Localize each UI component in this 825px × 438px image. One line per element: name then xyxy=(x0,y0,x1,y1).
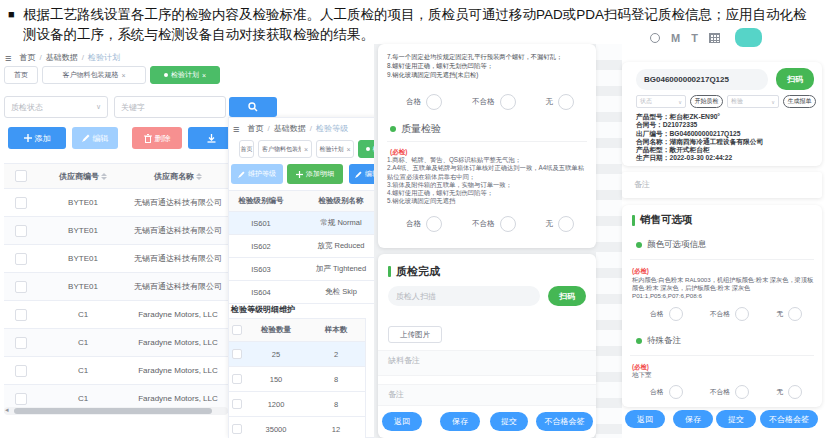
radio-pass[interactable] xyxy=(426,94,442,110)
row-checkbox[interactable] xyxy=(232,424,242,434)
back-button[interactable]: 返回 xyxy=(382,412,422,431)
fail-countersign-button[interactable]: 不合格会签 xyxy=(760,410,818,428)
letter-t-icon[interactable]: T xyxy=(691,32,698,44)
row-checkbox[interactable] xyxy=(15,365,27,377)
row-checkbox[interactable] xyxy=(15,337,27,349)
table-row[interactable]: BYTE01 无锡百通达科技有限公司 xyxy=(4,189,228,217)
close-icon[interactable]: × xyxy=(304,146,308,153)
row-checkbox[interactable] xyxy=(15,281,27,293)
radio-fail[interactable] xyxy=(500,216,516,232)
row-checkbox[interactable] xyxy=(15,393,27,405)
fail-countersign-button[interactable]: 不合格会签 xyxy=(536,412,593,431)
keyword-input[interactable]: 关键字 xyxy=(114,96,226,118)
row-checkbox[interactable] xyxy=(232,374,242,384)
row-checkbox[interactable] xyxy=(15,197,27,209)
table-row[interactable]: 1200 8 xyxy=(229,392,365,417)
delete-button[interactable]: 删除 xyxy=(132,127,182,149)
table-row[interactable]: IS601 常规 Normal xyxy=(229,212,389,235)
table-row[interactable]: IS602 放宽 Reduced xyxy=(229,235,389,258)
tab-inspection-plan[interactable]: 检验计划 × xyxy=(316,140,354,158)
select-all-checkbox[interactable] xyxy=(232,325,242,335)
breadcrumb-home[interactable]: 首页 xyxy=(19,52,35,63)
tab-customer-pack-spec[interactable]: 客户物料包装规格 × xyxy=(42,66,146,84)
scan-button[interactable]: 扫码 xyxy=(548,286,586,306)
circle-icon[interactable] xyxy=(650,33,660,43)
qc-status-select[interactable]: 质检状态 ∨ xyxy=(4,96,108,118)
tab-home-clipped[interactable]: 首页 xyxy=(239,140,254,158)
table-row[interactable]: BYTE01 无锡百通达科技有限公司 xyxy=(4,217,228,245)
scroll-left-icon[interactable]: ◂ xyxy=(5,406,9,414)
radio-none[interactable] xyxy=(558,216,574,232)
note-input[interactable]: 备注 xyxy=(634,179,650,190)
header-supplier-code[interactable]: 供应商编号 xyxy=(38,164,128,188)
breadcrumb-home[interactable]: 首页 xyxy=(247,123,263,134)
hamburger-icon[interactable]: ≡ xyxy=(5,54,11,62)
avatar[interactable] xyxy=(735,28,762,47)
radio-none[interactable] xyxy=(558,94,574,110)
row-checkbox[interactable] xyxy=(15,225,27,237)
close-icon[interactable]: × xyxy=(346,146,350,153)
letter-m-icon[interactable]: M xyxy=(671,32,680,44)
grid-icon[interactable] xyxy=(709,33,720,43)
radio-pass[interactable] xyxy=(426,216,442,232)
complete-section-title: 质检完成 xyxy=(388,264,440,279)
tab-inspection-plan-active[interactable]: 检验计划 × xyxy=(150,66,220,84)
table-row[interactable]: C1 Faradyne Motors, LLC xyxy=(4,301,228,329)
maintain-grade-button[interactable]: 维护等级 xyxy=(231,164,283,184)
upload-image-button[interactable]: 上传图片 xyxy=(388,326,442,343)
save-button[interactable]: 保存 xyxy=(673,410,713,428)
radio-fail[interactable] xyxy=(735,385,749,399)
level-select[interactable]: 检验 ∨ xyxy=(727,95,779,108)
tab-home[interactable]: 首页 xyxy=(4,66,38,84)
scan-button[interactable]: 扫码 xyxy=(776,68,814,90)
select-all-checkbox[interactable] xyxy=(15,170,27,182)
table-row[interactable]: BYTE01 无锡百通达科技有限公司 xyxy=(4,273,228,301)
search-button[interactable] xyxy=(229,97,277,117)
save-button[interactable]: 保存 xyxy=(440,412,480,431)
breadcrumb-basedata[interactable]: 基础数据 xyxy=(274,123,306,134)
start-inspection-button[interactable]: 开始质检 xyxy=(690,95,723,108)
sort-icon[interactable] xyxy=(101,173,107,180)
scrollbar-thumb[interactable] xyxy=(14,408,212,414)
add-button[interactable]: 添加 xyxy=(8,127,66,149)
tab-customer-pack-spec[interactable]: 客户物料包装规格 × xyxy=(258,140,312,158)
inspect-qty-cell: 1200 xyxy=(245,392,307,416)
add-detail-button[interactable]: 添加明细 xyxy=(287,164,343,184)
back-button[interactable]: 返回 xyxy=(625,410,665,428)
missing-material-note-input[interactable]: 缺料备注 xyxy=(378,350,596,376)
radio-fail[interactable] xyxy=(500,94,516,110)
row-checkbox[interactable] xyxy=(232,349,242,359)
close-icon[interactable]: × xyxy=(121,72,125,79)
inspector-scan-input[interactable]: 质检人扫描 xyxy=(388,286,540,306)
table-row[interactable]: BYTE01 无锡百通达科技有限公司 xyxy=(4,245,228,273)
table-row[interactable]: 25 2 xyxy=(229,342,365,367)
row-checkbox[interactable] xyxy=(232,399,242,409)
horizontal-scrollbar[interactable]: ◂ xyxy=(4,407,228,415)
generate-report-button[interactable]: 生成报单 xyxy=(783,95,816,108)
sort-icon[interactable] xyxy=(196,173,202,180)
table-row[interactable]: C1 Faradyne Motors, LLC xyxy=(4,357,228,385)
table-row[interactable]: 150 8 xyxy=(229,367,365,392)
note-input[interactable]: 备注 xyxy=(378,384,596,406)
submit-button[interactable]: 提交 xyxy=(716,410,756,428)
header-supplier-name[interactable]: 供应商名称 xyxy=(128,164,228,188)
radio-none[interactable] xyxy=(788,385,802,399)
hamburger-icon[interactable]: ≡ xyxy=(233,125,239,133)
status-select[interactable]: 状态 ∨ xyxy=(636,95,686,108)
radio-pass[interactable] xyxy=(669,307,683,321)
submit-button[interactable]: 提交 xyxy=(490,412,528,431)
close-icon[interactable]: × xyxy=(202,72,206,79)
radio-fail[interactable] xyxy=(735,307,749,321)
serial-input[interactable]: BG046000000217Q125 xyxy=(636,69,768,90)
row-checkbox[interactable] xyxy=(15,253,27,265)
radio-pass[interactable] xyxy=(669,385,683,399)
row-checkbox[interactable] xyxy=(15,309,27,321)
table-row[interactable]: 35000 12 xyxy=(229,417,365,438)
breadcrumb-basedata[interactable]: 基础数据 xyxy=(46,52,78,63)
edit-button[interactable]: 编辑 xyxy=(72,127,118,149)
radio-none[interactable] xyxy=(788,307,802,321)
table-row[interactable]: IS603 加严 Tightened xyxy=(229,258,389,281)
screenshot-root: ■ 根据工艺路线设置各工序的检验内容及检验标准。人工质检的项目，质检员可通过移动… xyxy=(0,0,825,438)
table-row[interactable]: C1 Faradyne Motors, LLC xyxy=(4,329,228,357)
table-row[interactable]: IS604 免检 Skip xyxy=(229,281,389,304)
